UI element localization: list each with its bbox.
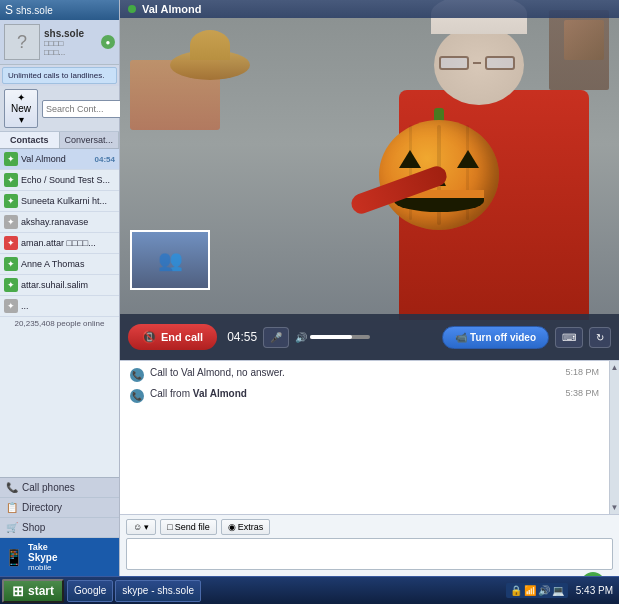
msg-icon-2: 📞 (130, 389, 144, 403)
chat-input-area: ☺ ▾ □ Send file ◉ Extras (120, 514, 619, 576)
user-avatar: ? (4, 24, 40, 60)
contact-name: ... (21, 301, 115, 311)
sidebar: S shs.sole ? shs.sole □□□□□□□... ● Unlim… (0, 0, 120, 576)
emoji-icon: ☺ (133, 522, 142, 532)
glasses-right (485, 56, 515, 70)
extras-button[interactable]: ◉ Extras (221, 519, 271, 535)
mobile-phone-icon: 📱 (4, 548, 24, 567)
volume-control: 🔊 (295, 332, 370, 343)
call-phones-label: Call phones (22, 482, 75, 493)
more-options-button[interactable]: ↻ (589, 327, 611, 348)
contact-suneeta[interactable]: ✦ Suneeta Kulkarni ht... (0, 191, 119, 212)
call-phones-item[interactable]: 📞 Call phones (0, 478, 119, 498)
contact-attar[interactable]: ✦ attar.suhail.salim (0, 275, 119, 296)
contact-status-icon: ✦ (4, 299, 18, 313)
skype-logo: S (5, 3, 13, 17)
new-button[interactable]: ✦ New ▾ (4, 89, 38, 128)
mute-button[interactable]: 🎤 (263, 327, 289, 348)
contact-aman[interactable]: ✦ aman.attar □□□□... (0, 233, 119, 254)
sidebar-header: S shs.sole (0, 0, 119, 20)
turn-off-video-label: Turn off video (470, 332, 536, 343)
sidebar-username: shs.sole (16, 5, 53, 16)
promo-banner[interactable]: Unlimited calls to landlines. (2, 67, 117, 84)
chat-toolbar: ☺ ▾ □ Send file ◉ Extras (126, 519, 613, 535)
security-icon: 🔒 (510, 585, 522, 596)
google-taskbar-btn[interactable]: Google (67, 580, 113, 602)
contact-status-icon: ✦ (4, 173, 18, 187)
system-tray: 🔒 📶 🔊 💻 (506, 583, 568, 598)
volume-slider[interactable] (310, 335, 370, 339)
volume-fill (310, 335, 352, 339)
end-call-button[interactable]: 📵 End call (128, 324, 217, 350)
shop-label: Shop (22, 522, 45, 533)
promo-text: Unlimited calls to landlines. (8, 71, 105, 80)
more-icon: ↻ (596, 332, 604, 343)
call-controls: 📵 End call 04:55 🎤 🔊 (120, 314, 619, 360)
tab-conversations[interactable]: Conversat... (60, 132, 120, 148)
msg-text-2: Call from Val Almond (150, 388, 559, 399)
clock: 5:43 PM (576, 585, 613, 596)
contact-name: Anne A Thomas (21, 259, 115, 269)
msg-time-2: 5:38 PM (565, 388, 599, 398)
directory-item[interactable]: 📋 Directory (0, 498, 119, 518)
contact-more[interactable]: ✦ ... (0, 296, 119, 317)
video-area: Val Almond 👥 📵 End call 04:55 🎤 (120, 0, 619, 360)
chat-input[interactable] (126, 538, 613, 570)
pumpkin-eye-left (399, 150, 421, 168)
shop-icon: 🛒 (6, 522, 18, 533)
mobile-promo[interactable]: 📱 Take Skype mobile (0, 538, 119, 576)
contact-val-almond[interactable]: ✦ Val Almond 04:54 (0, 149, 119, 170)
contact-status-icon: ✦ (4, 278, 18, 292)
extras-icon: ◉ (228, 522, 236, 532)
start-button[interactable]: ⊞ start (2, 579, 64, 603)
file-icon: □ (167, 522, 172, 532)
scroll-down-arrow[interactable]: ▼ (611, 503, 619, 512)
directory-icon: 📋 (6, 502, 18, 513)
tabs-row: Contacts Conversat... (0, 132, 119, 149)
contact-time: 04:54 (95, 155, 115, 164)
shop-item[interactable]: 🛒 Shop (0, 518, 119, 538)
scroll-up-arrow[interactable]: ▲ (611, 363, 619, 372)
msg-time-1: 5:18 PM (565, 367, 599, 377)
people-count: 20,235,408 people online (0, 317, 119, 330)
computer-icon: 💻 (552, 585, 564, 596)
tab-contacts[interactable]: Contacts (0, 132, 60, 148)
dialpad-icon: ⌨ (562, 332, 576, 343)
contact-akshay[interactable]: ✦ akshay.ranavase (0, 212, 119, 233)
skype-mobile-label: Skype (28, 552, 57, 563)
turn-off-video-button[interactable]: 📹 Turn off video (442, 326, 549, 349)
pumpkin-eye-right (457, 150, 479, 168)
mood-text: □□□□□□□... (44, 39, 84, 57)
emoji-dropdown: ▾ (144, 522, 149, 532)
video-icon: 📹 (455, 332, 470, 343)
user-info: shs.sole □□□□□□□... (44, 28, 84, 57)
msg-icon-1: 📞 (130, 368, 144, 382)
pip-placeholder: 👥 (158, 248, 183, 272)
call-title-bar: Val Almond (120, 0, 619, 18)
status-icon[interactable]: ● (101, 35, 115, 49)
skype-taskbar-btn[interactable]: skype - shs.sole (115, 580, 201, 602)
call-contact-name: Val Almond (142, 3, 202, 15)
chat-scrollbar[interactable]: ▲ ▼ (609, 361, 619, 514)
chat-input-wrapper: ▶ (126, 538, 613, 572)
contact-name: akshay.ranavase (21, 217, 115, 227)
directory-label: Directory (22, 502, 62, 513)
glasses-left (439, 56, 469, 70)
glasses-bridge (473, 62, 481, 64)
chat-messages: 📞 Call to Val Almond, no answer. 5:18 PM… (120, 361, 609, 461)
bg-decoration2 (564, 20, 604, 60)
end-call-label: End call (161, 331, 203, 343)
contact-anne[interactable]: ✦ Anne A Thomas (0, 254, 119, 275)
google-label: Google (74, 585, 106, 596)
emoji-button[interactable]: ☺ ▾ (126, 519, 156, 535)
send-file-button[interactable]: □ Send file (160, 519, 216, 535)
volume-icon: 🔊 (295, 332, 307, 343)
main-content: Val Almond 👥 📵 End call 04:55 🎤 (120, 0, 619, 576)
dialpad-button[interactable]: ⌨ (555, 327, 583, 348)
contact-echo[interactable]: ✦ Echo / Sound Test S... (0, 170, 119, 191)
skype-label: skype - shs.sole (122, 585, 194, 596)
sidebar-bottom: 📞 Call phones 📋 Directory 🛒 Shop 📱 Take … (0, 477, 119, 576)
contact-status-icon: ✦ (4, 194, 18, 208)
network-icon: 📶 (524, 585, 536, 596)
start-label: start (28, 584, 54, 598)
